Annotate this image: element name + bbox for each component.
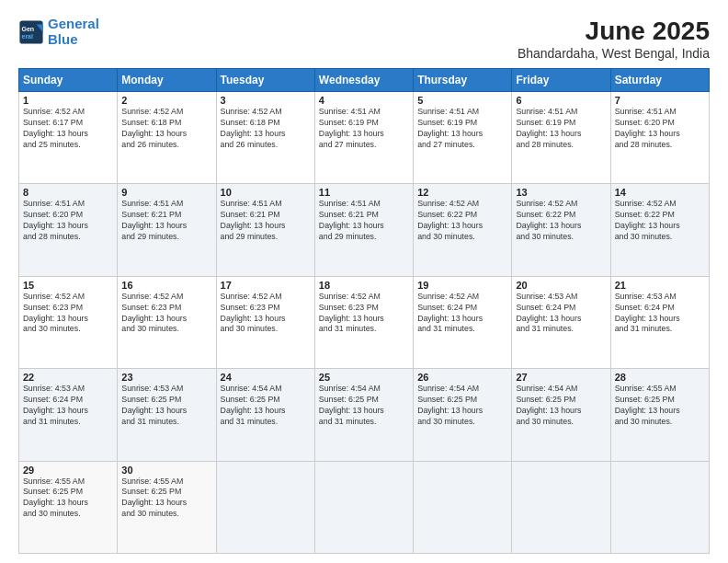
calendar-week-4: 22 Sunrise: 4:53 AM Sunset: 6:24 PM Dayl…	[19, 369, 710, 461]
calendar-header-sunday: Sunday	[19, 69, 118, 92]
day-info: Sunrise: 4:53 AM Sunset: 6:24 PM Dayligh…	[615, 292, 705, 336]
day-number: 26	[417, 372, 507, 383]
calendar-cell: 5 Sunrise: 4:51 AM Sunset: 6:19 PM Dayli…	[414, 92, 512, 184]
calendar-week-5: 29 Sunrise: 4:55 AM Sunset: 6:25 PM Dayl…	[19, 461, 710, 553]
calendar-cell: 17 Sunrise: 4:52 AM Sunset: 6:23 PM Dayl…	[216, 276, 314, 368]
calendar-week-2: 8 Sunrise: 4:51 AM Sunset: 6:20 PM Dayli…	[19, 184, 710, 276]
calendar-cell: 27 Sunrise: 4:54 AM Sunset: 6:25 PM Dayl…	[512, 369, 610, 461]
day-info: Sunrise: 4:52 AM Sunset: 6:23 PM Dayligh…	[121, 292, 211, 336]
calendar-cell	[216, 461, 314, 553]
calendar-cell: 16 Sunrise: 4:52 AM Sunset: 6:23 PM Dayl…	[118, 276, 216, 368]
calendar-cell: 23 Sunrise: 4:53 AM Sunset: 6:25 PM Dayl…	[118, 369, 216, 461]
calendar-header-thursday: Thursday	[414, 69, 512, 92]
day-info: Sunrise: 4:53 AM Sunset: 6:25 PM Dayligh…	[121, 384, 211, 428]
calendar-cell: 7 Sunrise: 4:51 AM Sunset: 6:20 PM Dayli…	[610, 92, 709, 184]
day-number: 10	[221, 187, 311, 198]
calendar-header-tuesday: Tuesday	[216, 69, 314, 92]
day-info: Sunrise: 4:55 AM Sunset: 6:25 PM Dayligh…	[615, 384, 705, 428]
calendar-cell: 2 Sunrise: 4:52 AM Sunset: 6:18 PM Dayli…	[118, 92, 216, 184]
calendar-cell: 12 Sunrise: 4:52 AM Sunset: 6:22 PM Dayl…	[414, 184, 512, 276]
subtitle: Bhandardaha, West Bengal, India	[518, 46, 710, 61]
day-number: 8	[23, 187, 113, 198]
day-number: 25	[319, 372, 409, 383]
logo-text: General Blue	[48, 17, 99, 47]
day-number: 19	[417, 280, 507, 291]
calendar-cell: 20 Sunrise: 4:53 AM Sunset: 6:24 PM Dayl…	[512, 276, 610, 368]
page: Gen eral General Blue June 2025 Bhandard…	[0, 0, 728, 563]
day-info: Sunrise: 4:54 AM Sunset: 6:25 PM Dayligh…	[221, 384, 311, 428]
day-number: 5	[417, 95, 507, 106]
day-number: 18	[319, 280, 409, 291]
calendar-week-3: 15 Sunrise: 4:52 AM Sunset: 6:23 PM Dayl…	[19, 276, 710, 368]
day-info: Sunrise: 4:51 AM Sunset: 6:19 PM Dayligh…	[417, 107, 507, 151]
calendar-cell: 15 Sunrise: 4:52 AM Sunset: 6:23 PM Dayl…	[19, 276, 118, 368]
day-info: Sunrise: 4:55 AM Sunset: 6:25 PM Dayligh…	[121, 477, 211, 521]
day-number: 24	[221, 372, 311, 383]
day-info: Sunrise: 4:52 AM Sunset: 6:22 PM Dayligh…	[417, 199, 507, 243]
calendar-header-monday: Monday	[118, 69, 216, 92]
header: Gen eral General Blue June 2025 Bhandard…	[18, 17, 710, 61]
calendar-cell: 21 Sunrise: 4:53 AM Sunset: 6:24 PM Dayl…	[610, 276, 709, 368]
day-number: 11	[319, 187, 409, 198]
day-number: 6	[516, 95, 606, 106]
calendar-cell: 29 Sunrise: 4:55 AM Sunset: 6:25 PM Dayl…	[19, 461, 118, 553]
day-number: 28	[615, 372, 705, 383]
svg-rect-0	[19, 20, 42, 43]
day-info: Sunrise: 4:52 AM Sunset: 6:18 PM Dayligh…	[121, 107, 211, 151]
day-number: 14	[615, 187, 705, 198]
logo-icon: Gen eral	[18, 19, 44, 45]
calendar-cell	[512, 461, 610, 553]
calendar-cell: 4 Sunrise: 4:51 AM Sunset: 6:19 PM Dayli…	[314, 92, 413, 184]
day-info: Sunrise: 4:52 AM Sunset: 6:24 PM Dayligh…	[417, 292, 507, 336]
day-number: 7	[615, 95, 705, 106]
day-info: Sunrise: 4:52 AM Sunset: 6:22 PM Dayligh…	[516, 199, 606, 243]
day-info: Sunrise: 4:52 AM Sunset: 6:23 PM Dayligh…	[221, 292, 311, 336]
calendar-cell: 14 Sunrise: 4:52 AM Sunset: 6:22 PM Dayl…	[610, 184, 709, 276]
day-info: Sunrise: 4:51 AM Sunset: 6:21 PM Dayligh…	[121, 199, 211, 243]
calendar-cell: 9 Sunrise: 4:51 AM Sunset: 6:21 PM Dayli…	[118, 184, 216, 276]
calendar-cell	[414, 461, 512, 553]
logo-line2: Blue	[48, 31, 78, 47]
calendar-cell: 26 Sunrise: 4:54 AM Sunset: 6:25 PM Dayl…	[414, 369, 512, 461]
day-info: Sunrise: 4:54 AM Sunset: 6:25 PM Dayligh…	[319, 384, 409, 428]
day-info: Sunrise: 4:52 AM Sunset: 6:23 PM Dayligh…	[23, 292, 113, 336]
calendar-cell: 6 Sunrise: 4:51 AM Sunset: 6:19 PM Dayli…	[512, 92, 610, 184]
calendar-header-friday: Friday	[512, 69, 610, 92]
day-number: 2	[121, 95, 211, 106]
svg-text:eral: eral	[22, 33, 34, 40]
calendar-header-wednesday: Wednesday	[314, 69, 413, 92]
day-number: 29	[23, 465, 113, 476]
title-block: June 2025 Bhandardaha, West Bengal, Indi…	[518, 17, 710, 61]
day-info: Sunrise: 4:51 AM Sunset: 6:20 PM Dayligh…	[615, 107, 705, 151]
day-number: 16	[121, 280, 211, 291]
day-number: 4	[319, 95, 409, 106]
calendar-table: SundayMondayTuesdayWednesdayThursdayFrid…	[18, 68, 710, 554]
day-info: Sunrise: 4:51 AM Sunset: 6:21 PM Dayligh…	[221, 199, 311, 243]
calendar-cell: 30 Sunrise: 4:55 AM Sunset: 6:25 PM Dayl…	[118, 461, 216, 553]
day-info: Sunrise: 4:51 AM Sunset: 6:19 PM Dayligh…	[516, 107, 606, 151]
calendar-header-row: SundayMondayTuesdayWednesdayThursdayFrid…	[19, 69, 710, 92]
day-info: Sunrise: 4:52 AM Sunset: 6:18 PM Dayligh…	[221, 107, 311, 151]
calendar-cell: 1 Sunrise: 4:52 AM Sunset: 6:17 PM Dayli…	[19, 92, 118, 184]
calendar-cell: 13 Sunrise: 4:52 AM Sunset: 6:22 PM Dayl…	[512, 184, 610, 276]
day-info: Sunrise: 4:52 AM Sunset: 6:23 PM Dayligh…	[319, 292, 409, 336]
calendar-cell: 19 Sunrise: 4:52 AM Sunset: 6:24 PM Dayl…	[414, 276, 512, 368]
day-number: 30	[121, 465, 211, 476]
calendar-cell: 25 Sunrise: 4:54 AM Sunset: 6:25 PM Dayl…	[314, 369, 413, 461]
day-info: Sunrise: 4:51 AM Sunset: 6:21 PM Dayligh…	[319, 199, 409, 243]
day-number: 9	[121, 187, 211, 198]
main-title: June 2025	[518, 17, 710, 46]
calendar-cell	[314, 461, 413, 553]
day-info: Sunrise: 4:52 AM Sunset: 6:17 PM Dayligh…	[23, 107, 113, 151]
day-info: Sunrise: 4:53 AM Sunset: 6:24 PM Dayligh…	[23, 384, 113, 428]
day-info: Sunrise: 4:55 AM Sunset: 6:25 PM Dayligh…	[23, 477, 113, 521]
day-info: Sunrise: 4:54 AM Sunset: 6:25 PM Dayligh…	[417, 384, 507, 428]
day-number: 17	[221, 280, 311, 291]
day-info: Sunrise: 4:52 AM Sunset: 6:22 PM Dayligh…	[615, 199, 705, 243]
calendar-cell: 10 Sunrise: 4:51 AM Sunset: 6:21 PM Dayl…	[216, 184, 314, 276]
day-info: Sunrise: 4:51 AM Sunset: 6:19 PM Dayligh…	[319, 107, 409, 151]
calendar-week-1: 1 Sunrise: 4:52 AM Sunset: 6:17 PM Dayli…	[19, 92, 710, 184]
calendar-cell: 24 Sunrise: 4:54 AM Sunset: 6:25 PM Dayl…	[216, 369, 314, 461]
day-number: 12	[417, 187, 507, 198]
day-number: 23	[121, 372, 211, 383]
